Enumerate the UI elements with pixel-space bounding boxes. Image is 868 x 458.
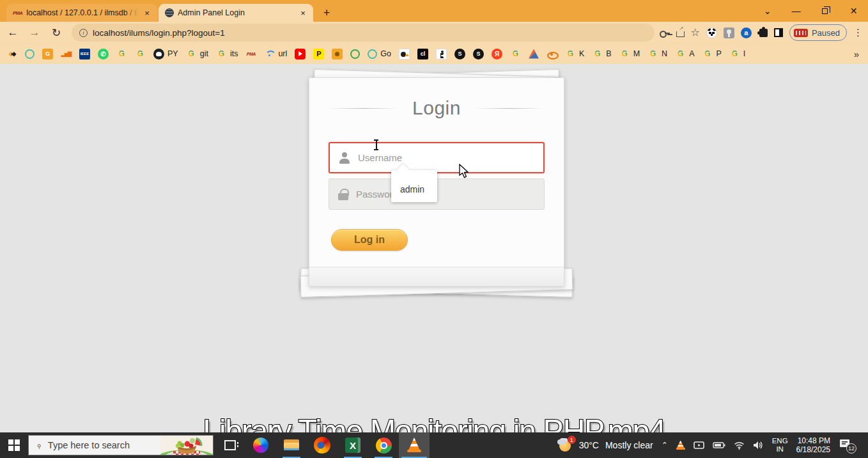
taskbar-app-excel[interactable]: X xyxy=(337,432,368,458)
bookmark-item[interactable] xyxy=(436,49,447,59)
new-tab-button[interactable]: + xyxy=(320,6,334,20)
autofill-suggestion[interactable]: admin xyxy=(400,184,424,194)
taskbar-search[interactable]: Type here to search xyxy=(28,435,213,455)
google-icon: G xyxy=(675,49,686,59)
bookmark-item[interactable] xyxy=(399,49,410,59)
bookmark-item[interactable]: PY xyxy=(153,49,178,59)
youtube-icon xyxy=(295,49,306,59)
copilot-icon xyxy=(253,438,268,453)
bookmark-item[interactable]: url xyxy=(264,49,287,59)
movie-camera-icon xyxy=(332,49,343,59)
login-button[interactable]: Log in xyxy=(331,229,408,251)
bookmark-item[interactable]: GK xyxy=(565,49,584,59)
username-input[interactable] xyxy=(358,152,534,163)
weather-widget[interactable]: 1 30°C Mostly clear xyxy=(557,438,653,453)
window-close-icon[interactable]: ✕ xyxy=(839,0,868,22)
back-icon[interactable]: ← xyxy=(4,24,22,42)
bookmark-item[interactable] xyxy=(25,49,35,59)
person-extension-icon[interactable] xyxy=(724,28,734,38)
username-field[interactable] xyxy=(329,142,545,173)
bookmark-item[interactable]: G xyxy=(510,49,521,59)
bookmark-item[interactable]: S xyxy=(473,49,484,59)
teal-swirl-icon xyxy=(368,49,377,59)
weather-temperature: 30°C xyxy=(579,440,599,450)
bookmark-item[interactable]: PMA xyxy=(245,49,256,59)
bookmark-item[interactable] xyxy=(350,49,360,59)
screen: PMA localhost / 127.0.0.1 / ilmsdb / tb … xyxy=(0,0,868,458)
google-icon: G xyxy=(592,49,603,59)
bookmark-item[interactable] xyxy=(546,49,557,59)
tab-close-icon[interactable]: × xyxy=(142,8,152,18)
bookmark-item[interactable]: S xyxy=(454,49,465,59)
battery-tray-icon[interactable] xyxy=(713,441,725,449)
bookmark-label: A xyxy=(689,49,694,58)
clock-time: 10:48 PM xyxy=(798,436,830,445)
side-panel-icon[interactable] xyxy=(774,28,783,37)
taskbar-app-chrome[interactable] xyxy=(368,432,399,458)
google-icon: G xyxy=(186,49,197,59)
password-input[interactable] xyxy=(356,189,535,200)
bookmarks-overflow-icon[interactable]: » xyxy=(851,49,862,59)
wifi-tray-icon[interactable] xyxy=(734,441,745,450)
a-extension-icon[interactable]: a xyxy=(741,28,752,38)
bookmark-item[interactable]: G xyxy=(135,49,146,59)
volume-tray-icon[interactable] xyxy=(753,441,764,450)
tab-admin-panel-login[interactable]: Admin Panel Login × xyxy=(159,4,313,22)
forward-icon[interactable]: → xyxy=(26,24,43,42)
extensions-puzzle-icon[interactable] xyxy=(759,29,768,37)
bookmark-item[interactable] xyxy=(529,49,539,59)
bookmark-item[interactable]: G xyxy=(116,49,127,59)
bookmark-item[interactable]: Gits xyxy=(216,49,238,59)
tab-phpmyadmin[interactable]: PMA localhost / 127.0.0.1 / ilmsdb / tb … xyxy=(6,4,157,22)
action-center-icon[interactable]: 12 xyxy=(839,438,854,452)
search-icon xyxy=(33,439,45,451)
bookmark-item[interactable]: GA xyxy=(675,49,694,59)
bookmark-item[interactable] xyxy=(295,49,306,59)
bookmark-item[interactable] xyxy=(332,49,343,59)
bookmark-item[interactable]: GB xyxy=(592,49,611,59)
vlc-tray-icon[interactable] xyxy=(676,441,685,450)
bookmark-item[interactable]: G xyxy=(42,49,53,59)
address-bar[interactable]: i localhost/ilums/login.php?logout=1 xyxy=(72,24,655,42)
bookmark-item[interactable]: GP xyxy=(702,49,721,59)
taskbar-app-task-view[interactable] xyxy=(215,432,245,458)
page-content: Login Log in admin xyxy=(0,64,868,432)
window-chevron-icon[interactable]: ⌄ xyxy=(753,0,782,22)
bookmark-item[interactable]: Ggit xyxy=(186,49,208,59)
bookmark-item[interactable]: GI xyxy=(729,49,745,59)
language-indicator[interactable]: ENG IN xyxy=(772,437,788,454)
bookmark-item[interactable] xyxy=(98,49,109,59)
panda-extension-icon[interactable] xyxy=(706,28,717,38)
share-icon[interactable] xyxy=(676,31,685,37)
window-minimize-icon[interactable]: — xyxy=(782,0,810,22)
bookmark-item[interactable]: IEEE xyxy=(79,49,90,59)
browser-menu-icon[interactable]: ⋮ xyxy=(853,27,863,38)
bookmark-item[interactable]: GN xyxy=(647,49,667,59)
bookmark-item[interactable]: Go xyxy=(368,49,391,59)
display-tray-icon[interactable] xyxy=(694,441,704,450)
password-key-icon[interactable] xyxy=(660,28,670,38)
taskbar-app-copilot[interactable] xyxy=(245,432,276,458)
tab-close-icon[interactable]: × xyxy=(298,8,308,18)
bookmark-item[interactable]: GM xyxy=(619,49,640,59)
github-icon xyxy=(153,49,164,59)
clock[interactable]: 10:48 PM 6/18/2025 xyxy=(796,436,830,454)
taskbar-app-firefox[interactable] xyxy=(307,432,337,458)
start-button[interactable] xyxy=(0,432,28,458)
bookmark-item[interactable]: P xyxy=(313,49,324,59)
bookmark-item[interactable] xyxy=(61,49,72,59)
bookmark-star-icon[interactable]: ☆ xyxy=(691,28,700,38)
hidden-icons-chevron-icon[interactable]: ⌃ xyxy=(662,441,668,450)
taskbar-app-vlc[interactable] xyxy=(399,432,430,458)
url-text[interactable]: localhost/ilums/login.php?logout=1 xyxy=(93,28,225,38)
bookmark-item[interactable]: cl xyxy=(417,49,428,59)
bookmark-item[interactable] xyxy=(6,49,17,59)
profile-chip[interactable]: Paused xyxy=(789,24,847,41)
taskbar-app-file-explorer[interactable] xyxy=(276,432,307,458)
reload-icon[interactable]: ↻ xyxy=(47,24,65,42)
bookmark-item[interactable]: Я xyxy=(492,49,502,59)
bookmark-label: I xyxy=(743,49,745,58)
search-highlight-image[interactable] xyxy=(160,436,213,455)
site-info-icon[interactable]: i xyxy=(79,29,88,37)
window-restore-icon[interactable] xyxy=(810,0,839,22)
